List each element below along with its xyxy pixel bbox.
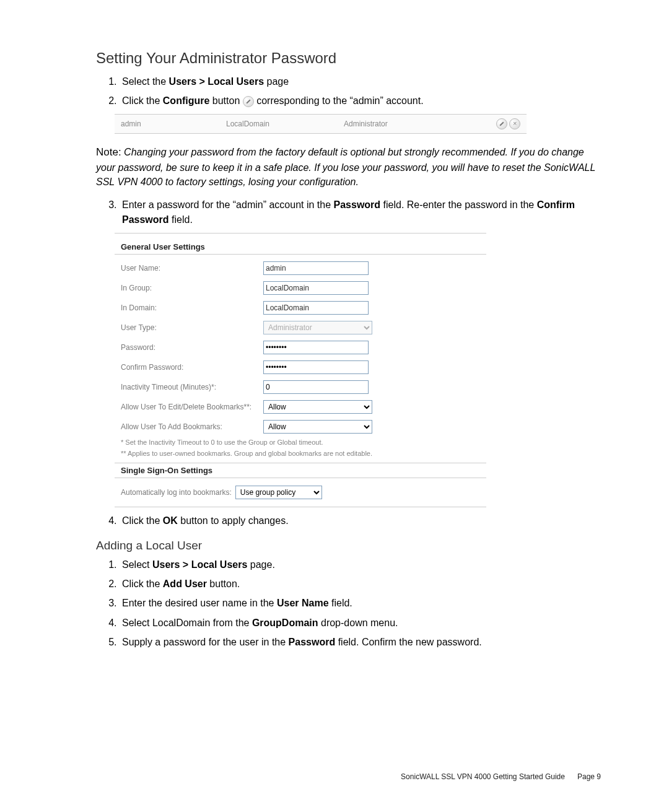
step-3: Enter a password for the “admin” account… [120, 198, 601, 226]
pencil-icon [243, 96, 254, 107]
edit-bookmarks-select[interactable]: Allow [263, 400, 372, 414]
steps-admin-password-3: Enter a password for the “admin” account… [96, 198, 601, 226]
cell-role: Administrator [344, 120, 489, 128]
configure-icon[interactable] [496, 118, 507, 129]
step-4: Click the OK button to apply changes. [120, 513, 601, 528]
add-step-4: Select LocalDomain from the GroupDomain … [120, 616, 601, 630]
step-2: Click the Configure button corresponding… [120, 94, 601, 108]
add-step-1: Select Users > Local Users page. [120, 557, 601, 572]
general-user-settings-panel: General User Settings User Name: In Grou… [115, 233, 486, 507]
section-heading-add-local-user: Adding a Local User [96, 539, 601, 552]
cell-username: admin [121, 120, 226, 128]
confirm-password-field[interactable] [263, 360, 369, 374]
inactivity-timeout-field[interactable] [263, 380, 369, 394]
user-type-select: Administrator [263, 321, 372, 334]
add-step-3: Enter the desired user name in the User … [120, 596, 601, 610]
sso-policy-select[interactable]: Use group policy [235, 486, 322, 499]
user-name-field[interactable] [263, 261, 369, 275]
label-inactivity-timeout: Inactivity Timeout (Minutes)*: [121, 383, 263, 391]
delete-icon[interactable] [509, 118, 520, 129]
sso-settings-title: Single Sign-On Settings [115, 463, 486, 478]
label-confirm-password: Confirm Password: [121, 363, 263, 372]
section-heading-admin-password: Setting Your Administrator Password [96, 50, 601, 67]
footnote-2: ** Applies to user-owned bookmarks. Grou… [115, 448, 486, 459]
note-text: Changing your password from the factory … [96, 147, 595, 187]
general-user-settings-title: General User Settings [115, 240, 486, 255]
user-table-row: admin LocalDomain Administrator [115, 114, 527, 134]
label-user-type: User Type: [121, 323, 263, 332]
label-add-bookmarks: Allow User To Add Bookmarks: [121, 422, 263, 431]
label-edit-bookmarks: Allow User To Edit/Delete Bookmarks**: [121, 403, 263, 411]
note-label: Note: [96, 146, 121, 158]
footnote-1: * Set the Inactivity Timeout to 0 to use… [115, 437, 486, 448]
cell-domain: LocalDomain [226, 120, 344, 128]
add-bookmarks-select[interactable]: Allow [263, 420, 372, 434]
add-step-2: Click the Add User button. [120, 577, 601, 591]
label-in-domain: In Domain: [121, 303, 263, 312]
password-field[interactable] [263, 341, 369, 354]
label-user-name: User Name: [121, 264, 263, 273]
in-domain-field[interactable] [263, 301, 369, 315]
note-paragraph: Note: Changing your password from the fa… [96, 145, 601, 189]
step-1: Select the Users > Local Users page [120, 74, 601, 89]
steps-admin-password-1-2: Select the Users > Local Users page Clic… [96, 74, 601, 108]
steps-add-local-user: Select Users > Local Users page. Click t… [96, 557, 601, 649]
label-sso-auto-login: Automatically log into bookmarks: [121, 488, 232, 497]
footer-title: SonicWALL SSL VPN 4000 Getting Started G… [401, 772, 565, 781]
steps-admin-password-4: Click the OK button to apply changes. [96, 513, 601, 528]
add-step-5: Supply a password for the user in the Pa… [120, 635, 601, 649]
footer-page-number: Page 9 [577, 772, 601, 781]
in-group-field[interactable] [263, 281, 369, 295]
page-footer: SonicWALL SSL VPN 4000 Getting Started G… [401, 772, 601, 781]
label-password: Password: [121, 343, 263, 352]
label-in-group: In Group: [121, 284, 263, 292]
